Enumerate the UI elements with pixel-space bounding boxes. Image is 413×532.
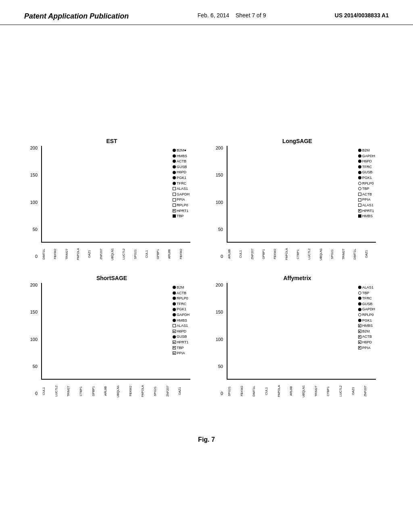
est-y-axis: 200 150 100 50 0	[25, 146, 39, 259]
header-center: Feb. 6, 2014 Sheet 7 of 9	[198, 12, 266, 19]
affymetrix-title: Affymetrix	[211, 275, 384, 281]
affymetrix-chart-area: ALAS1 TBP TFRC GUSB GAPDH RPLP0 PGK1 HMB…	[227, 283, 376, 380]
est-chart-area: B2M● HMBS ACTB GUSB H6PD PGK1 TFRC ALAS1…	[41, 146, 190, 243]
figure-label: Fig. 7	[25, 436, 388, 443]
shortsage-legend: B2M ACTB RPLP0 TFRC PGK1 GAPDH HMBS ALAS…	[173, 285, 190, 356]
longsage-legend: B2M GAPDH H6PD TFRC GUSB PGK1 RPLP0 TBP …	[358, 148, 375, 219]
main-content: EST 200 150 100 50 0 B2M● HMBS ACTB	[0, 130, 413, 451]
est-legend: B2M● HMBS ACTB GUSB H6PD PGK1 TFRC ALAS1…	[173, 148, 190, 219]
shortsage-chart-area: B2M ACTB RPLP0 TFRC PGK1 GAPDH HMBS ALAS…	[41, 283, 190, 380]
publication-title: Patent Application Publication	[24, 12, 129, 21]
est-chart: EST 200 150 100 50 0 B2M● HMBS ACTB	[25, 138, 198, 267]
charts-container: EST 200 150 100 50 0 B2M● HMBS ACTB	[25, 138, 388, 404]
publication-date: Feb. 6, 2014	[198, 12, 229, 19]
affymetrix-y-axis: 200 150 100 50 0	[211, 283, 225, 396]
shortsage-title: ShortSAGE	[25, 275, 198, 281]
shortsage-chart: ShortSAGE 200 150 100 50 0 B2M ACTB RPLP	[25, 275, 198, 404]
patent-number: US 2014/0038833 A1	[335, 12, 389, 19]
est-title: EST	[25, 138, 198, 144]
page: Patent Application Publication Feb. 6, 2…	[0, 0, 413, 532]
affymetrix-legend: ALAS1 TBP TFRC GUSB GAPDH RPLP0 PGK1 HMB…	[358, 285, 375, 351]
longsage-chart: LongSAGE 200 150 100 50 0 B2M GAPDH H6PD	[211, 138, 384, 267]
shortsage-y-axis: 200 150 100 50 0	[25, 283, 39, 396]
longsage-title: LongSAGE	[211, 138, 384, 144]
longsage-chart-area: B2M GAPDH H6PD TFRC GUSB PGK1 RPLP0 TBP …	[227, 146, 376, 243]
sheet-number: Sheet 7 of 9	[236, 12, 266, 19]
header: Patent Application Publication Feb. 6, 2…	[0, 0, 413, 25]
longsage-y-axis: 200 150 100 50 0	[211, 146, 225, 259]
affymetrix-chart: Affymetrix 200 150 100 50 0 ALAS1 TBP TF	[211, 275, 384, 404]
